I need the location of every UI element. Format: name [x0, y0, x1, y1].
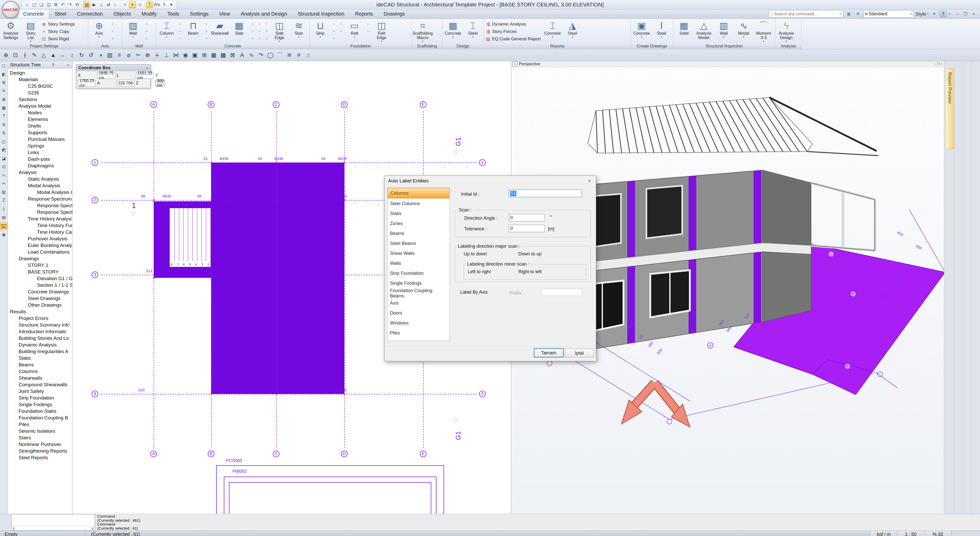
style-button[interactable]: Style ▾: [915, 11, 929, 17]
ribbon-tab[interactable]: Drawings: [378, 9, 410, 19]
dialog-title-bar[interactable]: Auto Label Entities ×: [385, 176, 596, 186]
ribbon-item[interactable]: ▫▫▫▫▫▫▫▫▫: [249, 20, 269, 42]
x-input[interactable]: 1835.75 cm: [97, 72, 115, 79]
tree-item[interactable]: Modal Analysis: [8, 183, 72, 189]
viewport-menu-icon[interactable]: ∧: [513, 62, 517, 66]
tree-item[interactable]: Links: [8, 149, 72, 156]
drawing-tool-icon[interactable]: ∿: [247, 51, 256, 60]
ribbon-mini-icon[interactable]: ▫: [203, 35, 210, 42]
ribbon-item[interactable]: ▫▫▫: [177, 20, 183, 42]
drawing-tool-icon[interactable]: △: [39, 51, 48, 60]
ribbon-item[interactable]: ◮ Steel ▾: [563, 20, 582, 38]
left-tool-icon[interactable]: ▤: [0, 214, 7, 220]
quick-access-icon[interactable]: ▤: [83, 1, 90, 8]
tree-item[interactable]: Time History Funct: [8, 222, 72, 229]
left-tool-icon[interactable]: ∤: [0, 205, 7, 212]
ribbon-tab[interactable]: Tools: [162, 9, 185, 19]
coordinate-box[interactable]: Coordinate Box × X 1835.75 cm L 1551.33 …: [76, 64, 151, 88]
left-tool-icon[interactable]: ◫: [0, 138, 7, 145]
entity-type-item[interactable]: Doors: [387, 308, 450, 318]
ribbon-item[interactable]: ⌶ Column ▾: [157, 20, 176, 38]
drawing-tool-icon[interactable]: A: [238, 51, 247, 60]
tree-item[interactable]: Concrete Drawings: [8, 288, 72, 295]
ribbon-mini-icon[interactable]: ▫: [249, 21, 256, 27]
tree-item[interactable]: Drawings: [8, 255, 72, 262]
ribbon-tab[interactable]: Concrete: [18, 9, 49, 19]
ribbon-item[interactable]: ▫▫▫: [203, 20, 210, 42]
tree-item[interactable]: Load Combinations: [8, 249, 72, 255]
quick-access-icon[interactable]: ◫: [45, 1, 52, 8]
ribbon-item[interactable]: ϟ Analysis Design ▾: [776, 20, 796, 43]
left-tool-icon[interactable]: ⇅: [0, 130, 7, 136]
entity-type-item[interactable]: Axis: [387, 298, 450, 308]
ribbon-tab[interactable]: Modify: [136, 9, 162, 19]
ribbon-mini-icon[interactable]: ▫: [338, 28, 344, 35]
layer-list-icon[interactable]: ≣: [845, 11, 853, 17]
quick-access-icon[interactable]: ▾: [168, 1, 175, 8]
tree-item[interactable]: Dash-pots: [8, 156, 72, 162]
drawing-tool-icon[interactable]: ≋: [285, 51, 294, 60]
ribbon-mini-icon[interactable]: ▫: [256, 28, 263, 35]
drawing-tool-icon[interactable]: ⌀: [124, 51, 133, 60]
ribbon-item[interactable]: ▦ Solid: [674, 20, 694, 35]
left-tool-icon[interactable]: ▦: [0, 104, 7, 111]
tree-item[interactable]: Dynamic Analysis: [8, 342, 72, 348]
ribbon-mini-icon[interactable]: ▫: [177, 35, 183, 42]
ribbon-item[interactable]: ⌒ Moment 3-3 ▾: [754, 20, 773, 43]
layer-style-combo[interactable]: ⊠ Standard ▾: [864, 10, 913, 17]
tree-item[interactable]: Section 1 / 1-1 Sec: [8, 282, 72, 288]
entity-type-item[interactable]: Piles: [387, 328, 450, 338]
viewport-control-button[interactable]: ❐: [937, 62, 940, 66]
quick-access-icon[interactable]: ⌗: [122, 1, 128, 8]
tree-item[interactable]: Introduction Informatic: [8, 328, 72, 335]
ribbon-tab[interactable]: Connection: [72, 9, 108, 19]
scroll-right-icon[interactable]: ❯: [91, 527, 95, 530]
tree-item[interactable]: Pushover Analysis: [8, 235, 72, 242]
ribbon-mini-icon[interactable]: ▫: [109, 28, 116, 35]
ribbon-mini-icon[interactable]: ▫: [263, 21, 270, 27]
quick-access-icon[interactable]: ⊥: [98, 1, 105, 8]
tree-item[interactable]: Strip Foundation: [8, 394, 72, 401]
status-cell[interactable]: 1 : 50: [897, 531, 924, 536]
drawing-tool-icon[interactable]: ⊗: [143, 51, 152, 60]
drawing-tool-icon[interactable]: ≡: [115, 51, 124, 60]
drawing-tool-icon[interactable]: ⊥: [162, 51, 171, 60]
left-tool-icon[interactable]: ◧: [0, 71, 7, 77]
ribbon-tab[interactable]: Objects: [108, 9, 136, 19]
drawing-tool-icon[interactable]: ⊡: [11, 51, 20, 60]
drawing-tool-icon[interactable]: ✂: [134, 51, 143, 60]
quick-access-icon[interactable]: ⌖: [129, 1, 136, 8]
drawing-tool-icon[interactable]: ◉: [181, 51, 190, 60]
ribbon-item[interactable]: ⊔ Strip ▾: [310, 20, 330, 38]
left-tool-icon[interactable]: ?: [0, 113, 7, 119]
tree-item[interactable]: Shells: [8, 123, 72, 129]
ribbon-mini-icon[interactable]: ▫: [263, 35, 270, 42]
entity-type-item[interactable]: Shear Walls: [387, 248, 450, 258]
ribbon-mini-icon[interactable]: ▫: [177, 28, 183, 35]
tree-item[interactable]: Building Stories And Lo: [8, 335, 72, 342]
close-icon[interactable]: ×: [146, 66, 148, 70]
layer-states-icon[interactable]: ≡: [854, 11, 862, 17]
entity-type-item[interactable]: Steel Columns: [387, 199, 450, 209]
ribbon-stack-item[interactable]: ≣ Story Settings: [41, 21, 75, 27]
tree-item[interactable]: Sections: [8, 96, 72, 103]
tree-item[interactable]: Nodes: [8, 110, 72, 116]
tree-item[interactable]: Building Irregularities A: [8, 348, 72, 355]
ribbon-item[interactable]: ▰ Shearwall: [210, 20, 229, 35]
left-tool-icon[interactable]: ≣: [0, 121, 7, 128]
drawing-tool-icon[interactable]: ∔: [153, 51, 162, 60]
ribbon-tab[interactable]: Analysis and Design: [235, 9, 293, 19]
ribbon-item[interactable]: ▦ Concrete ▾: [443, 20, 463, 38]
cancel-button[interactable]: İptal: [565, 349, 594, 358]
tree-item[interactable]: Slabs: [8, 355, 72, 361]
left-tool-icon[interactable]: ◩: [0, 146, 7, 153]
ribbon-item[interactable]: △ Analysis Model: [694, 20, 714, 40]
tree-item[interactable]: Joint Safety: [8, 388, 72, 394]
tree-item[interactable]: Materials: [8, 76, 72, 83]
ribbon-item[interactable]: ⇶ Dynamic Analysis ⇶ Story Forces ▤ EQ C…: [485, 20, 542, 42]
window-control-button[interactable]: ×: [970, 11, 977, 17]
command-search[interactable]: ⌕ ▾: [769, 10, 843, 17]
drawing-tool-icon[interactable]: ∤: [21, 51, 29, 60]
entity-type-item[interactable]: Steel Beams: [387, 239, 450, 248]
ribbon-mini-icon[interactable]: ▫: [143, 35, 150, 42]
